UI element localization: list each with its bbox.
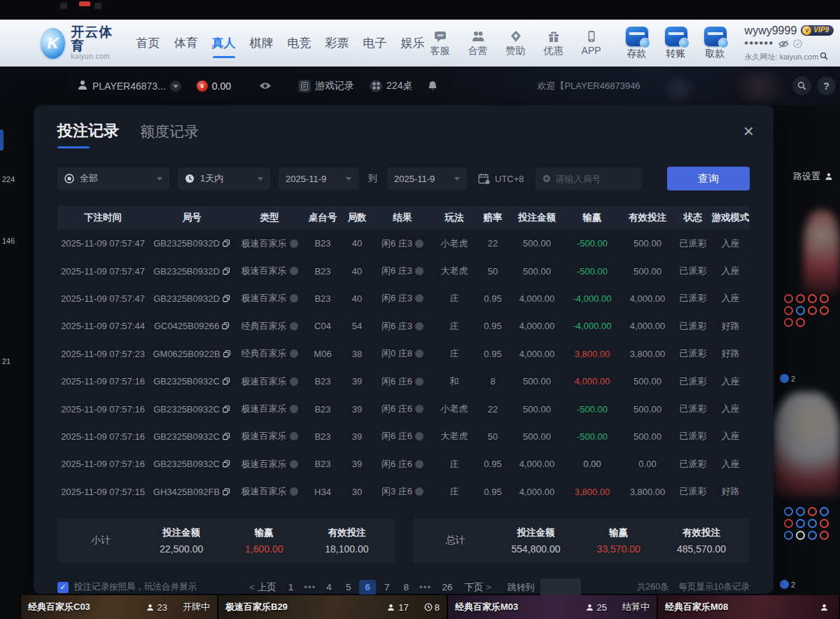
- cell-winloss: 3,800.00: [564, 487, 620, 497]
- bet-table-header: 下注时间局号类型桌台号局数结果玩法赔率投注金额输赢有效投注状态游戏模式: [57, 206, 750, 230]
- table-tile-b29[interactable]: 极速百家乐B29 17 8: [218, 595, 448, 619]
- column-header-winloss: 输赢: [564, 211, 620, 224]
- nav-item-7[interactable]: 娱乐: [399, 31, 427, 55]
- copy-icon[interactable]: [223, 267, 230, 275]
- nav-item-2[interactable]: 真人: [210, 31, 238, 55]
- query-button[interactable]: 查询: [667, 167, 750, 190]
- promotions-button[interactable]: 优惠: [540, 29, 567, 57]
- cell-round: GB2325B0932D: [148, 293, 235, 304]
- cell-bet: 4,000.00: [510, 487, 564, 497]
- copy-icon[interactable]: [223, 460, 230, 468]
- table-tile-c03[interactable]: 经典百家乐C03 23 开牌中: [21, 595, 218, 619]
- page-button-7[interactable]: 7: [379, 580, 396, 594]
- cell-status: 已派彩: [675, 265, 711, 277]
- nav-item-3[interactable]: 棋牌: [248, 31, 276, 55]
- cell-valid: 500.00: [620, 376, 675, 387]
- nav-item-5[interactable]: 彩票: [323, 31, 351, 55]
- page-button-26[interactable]: 26: [436, 580, 458, 594]
- page-button-6[interactable]: 6: [359, 580, 376, 594]
- cell-mode: 好路: [711, 485, 750, 498]
- copy-icon[interactable]: [223, 350, 231, 358]
- player-account-dropdown[interactable]: PLAYER46873...: [77, 79, 181, 92]
- cell-time: 2025-11-09 07:57:16: [57, 431, 148, 442]
- phone-icon: [584, 29, 598, 43]
- copy-icon[interactable]: [223, 488, 230, 496]
- road-settings-link[interactable]: 路设置: [793, 170, 833, 183]
- column-header-odds: 赔率: [476, 211, 510, 224]
- cell-status: 已派彩: [675, 458, 711, 471]
- search-button[interactable]: [792, 76, 811, 95]
- round-input[interactable]: [556, 174, 635, 184]
- subtotal-bet: 22,500.00: [140, 543, 223, 555]
- tab-bet-records[interactable]: 投注记录: [57, 120, 119, 148]
- withdraw-button[interactable]: 取款: [701, 27, 729, 60]
- game-type-dropdown[interactable]: 全部: [57, 167, 169, 190]
- cell-mode: 入座: [711, 403, 750, 415]
- sidebar-count: 21: [2, 357, 10, 366]
- close-icon[interactable]: ×: [743, 122, 754, 140]
- cell-valid: 500.00: [620, 238, 675, 249]
- copy-icon[interactable]: [223, 377, 230, 385]
- cell-valid: 500.00: [620, 404, 675, 415]
- diamond-icon: [509, 29, 523, 43]
- cell-table_no: H34: [304, 487, 342, 497]
- modal-tabs: 投注记录 额度记录: [57, 120, 750, 148]
- magnifier-icon[interactable]: [820, 52, 828, 62]
- notifications-button[interactable]: [428, 81, 438, 92]
- page-button-1[interactable]: 1: [283, 580, 300, 594]
- next-page-button[interactable]: 下页 >: [461, 579, 495, 596]
- round-search-field[interactable]: [536, 167, 642, 190]
- time-range-dropdown[interactable]: 1天内: [178, 167, 270, 190]
- balance-visibility-toggle[interactable]: [259, 81, 272, 90]
- page-button-8[interactable]: 8: [398, 580, 414, 594]
- sidebar-count: 224: [2, 175, 15, 183]
- cell-round: GC0425B09266: [148, 321, 235, 331]
- tables-count-button[interactable]: 224桌: [370, 80, 412, 92]
- date-to-picker[interactable]: 2025-11-9: [387, 167, 467, 190]
- sponsor-button[interactable]: 赞助: [503, 29, 529, 57]
- cell-mode: 入座: [711, 237, 750, 250]
- app-download-button[interactable]: APP: [578, 29, 605, 57]
- copy-icon[interactable]: [223, 239, 230, 247]
- deposit-button[interactable]: 存款: [623, 27, 651, 60]
- help-button[interactable]: ?: [817, 76, 836, 95]
- table-tile-m08[interactable]: 经典百家乐M08: [658, 595, 839, 619]
- cell-result: 闲6 庄3: [372, 320, 433, 333]
- nav-item-4[interactable]: 电竞: [286, 31, 314, 55]
- nav-item-1[interactable]: 体育: [172, 31, 200, 55]
- page-button-5[interactable]: 5: [340, 580, 357, 594]
- transfer-button[interactable]: 转账: [662, 27, 690, 60]
- copy-icon[interactable]: [223, 405, 230, 413]
- cell-status: 已派彩: [675, 237, 711, 250]
- timezone-display[interactable]: UTC+8: [475, 173, 527, 184]
- prev-page-button[interactable]: < 上页: [246, 579, 280, 596]
- jump-page-input[interactable]: [540, 578, 581, 597]
- cell-winloss: -500.00: [564, 266, 620, 277]
- customer-service-button[interactable]: 客服: [427, 29, 454, 57]
- nav-item-6[interactable]: 电子: [361, 31, 389, 55]
- merge-checkbox[interactable]: ✓: [57, 582, 69, 593]
- partnership-button[interactable]: 合营: [465, 29, 491, 57]
- game-records-button[interactable]: 游戏记录: [298, 80, 354, 92]
- cell-status: 已派彩: [675, 375, 711, 388]
- copy-icon[interactable]: [222, 322, 230, 330]
- cell-type: 经典百家乐: [235, 320, 304, 333]
- refresh-circle-icon[interactable]: [793, 38, 802, 51]
- cell-mode: 好路: [711, 320, 750, 333]
- bell-icon: [428, 81, 438, 92]
- copy-icon[interactable]: [223, 295, 230, 302]
- date-from-picker[interactable]: 2025-11-9: [279, 167, 358, 190]
- cell-play: 庄: [433, 347, 476, 360]
- copy-icon[interactable]: [223, 433, 230, 440]
- cell-status: 已派彩: [675, 403, 711, 415]
- column-header-valid: 有效投注: [620, 211, 675, 224]
- page-button-4[interactable]: 4: [321, 580, 337, 594]
- table-tile-m03[interactable]: 经典百家乐M03 25 结算中: [448, 595, 658, 619]
- tables-grid-icon: [370, 80, 382, 92]
- cell-rounds: 40: [342, 238, 372, 249]
- eye-off-icon[interactable]: [778, 38, 789, 51]
- tab-quota-records[interactable]: 额度记录: [140, 122, 199, 148]
- nav-item-0[interactable]: 首页: [134, 31, 162, 55]
- brand-logo[interactable]: K 开云体育 kaiyun.com: [41, 25, 116, 60]
- column-header-mode: 游戏模式: [711, 211, 750, 224]
